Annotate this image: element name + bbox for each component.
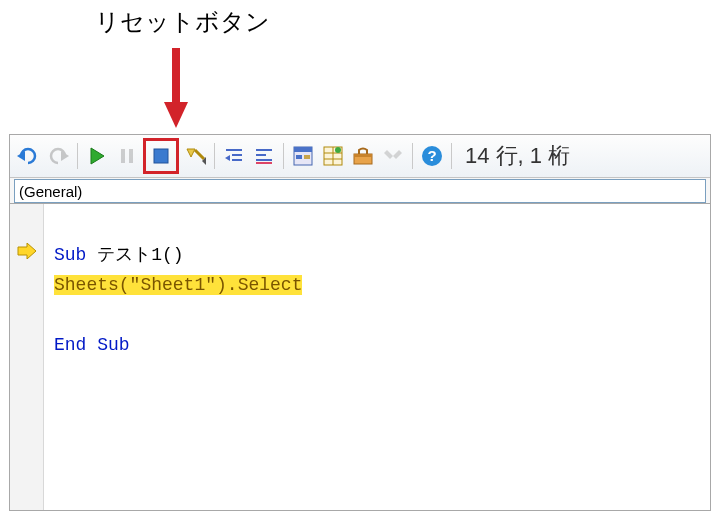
svg-marker-4: [91, 148, 104, 164]
svg-point-27: [335, 147, 341, 153]
object-dropdown[interactable]: (General): [14, 179, 706, 203]
properties-icon: [323, 146, 343, 166]
keyword: Sub: [54, 245, 86, 265]
design-mode-button[interactable]: [181, 142, 209, 170]
tools-icon: [383, 146, 403, 166]
project-explorer-button[interactable]: [289, 142, 317, 170]
svg-rect-21: [296, 155, 302, 159]
code-blank-line: [54, 300, 302, 330]
object-dropdown-value: (General): [19, 183, 82, 200]
undo-button[interactable]: [14, 142, 42, 170]
toolbar: ? 14 行, 1 桁: [10, 135, 710, 178]
code-pane[interactable]: Sub テスト1()Sheets("Sheet1").SelectEnd Sub: [10, 204, 710, 510]
svg-rect-22: [304, 155, 310, 159]
svg-line-9: [195, 150, 204, 159]
svg-rect-20: [294, 147, 312, 152]
help-icon: ?: [421, 145, 443, 167]
svg-marker-14: [225, 155, 230, 161]
svg-rect-5: [121, 149, 125, 163]
cursor-position-label: 14 行, 1 桁: [465, 141, 570, 171]
toolbar-separator: [283, 143, 284, 169]
margin-gutter: [10, 204, 44, 510]
code-dropdown-bar: (General): [10, 178, 710, 204]
redo-button: [44, 142, 72, 170]
toolbox-icon: [352, 146, 374, 166]
toolbar-separator: [214, 143, 215, 169]
toolbar-separator: [451, 143, 452, 169]
keyword: End Sub: [54, 335, 130, 355]
code-text: テスト1(): [86, 245, 183, 265]
design-mode-icon: [184, 146, 206, 166]
vbe-window: ? 14 行, 1 桁 (General) Sub テスト1()Sheets("…: [9, 134, 711, 511]
properties-button[interactable]: [319, 142, 347, 170]
break-icon: [120, 148, 134, 164]
tools-button: [379, 142, 407, 170]
current-line-arrow-icon: [17, 243, 37, 263]
help-button[interactable]: ?: [418, 142, 446, 170]
annotation-label: リセットボタン: [95, 6, 270, 38]
highlighted-code: Sheets("Sheet1").Select: [54, 275, 302, 295]
outdent-button[interactable]: [220, 142, 248, 170]
indent-button[interactable]: [250, 142, 278, 170]
svg-text:?: ?: [427, 147, 436, 164]
project-explorer-icon: [293, 146, 313, 166]
svg-marker-8: [187, 149, 195, 157]
svg-marker-1: [164, 102, 188, 128]
toolbox-button[interactable]: [349, 142, 377, 170]
run-icon: [89, 147, 105, 165]
code-line: Sub テスト1(): [54, 240, 302, 270]
svg-rect-7: [154, 149, 168, 163]
run-button[interactable]: [83, 142, 111, 170]
reset-button-highlight: [143, 138, 179, 174]
code-editor[interactable]: Sub テスト1()Sheets("Sheet1").SelectEnd Sub: [44, 204, 312, 510]
svg-rect-29: [354, 154, 372, 157]
toolbar-separator: [412, 143, 413, 169]
break-button: [113, 142, 141, 170]
redo-icon: [47, 146, 69, 166]
indent-icon: [254, 147, 274, 165]
svg-marker-32: [18, 243, 36, 259]
outdent-icon: [224, 147, 244, 165]
code-line-highlighted: Sheets("Sheet1").Select: [54, 270, 302, 300]
undo-icon: [17, 146, 39, 166]
annotation-arrow: [164, 48, 188, 128]
code-line: End Sub: [54, 330, 302, 360]
svg-rect-18: [256, 162, 272, 164]
toolbar-separator: [77, 143, 78, 169]
svg-rect-6: [129, 149, 133, 163]
reset-button[interactable]: [148, 143, 174, 169]
reset-icon: [153, 148, 169, 164]
